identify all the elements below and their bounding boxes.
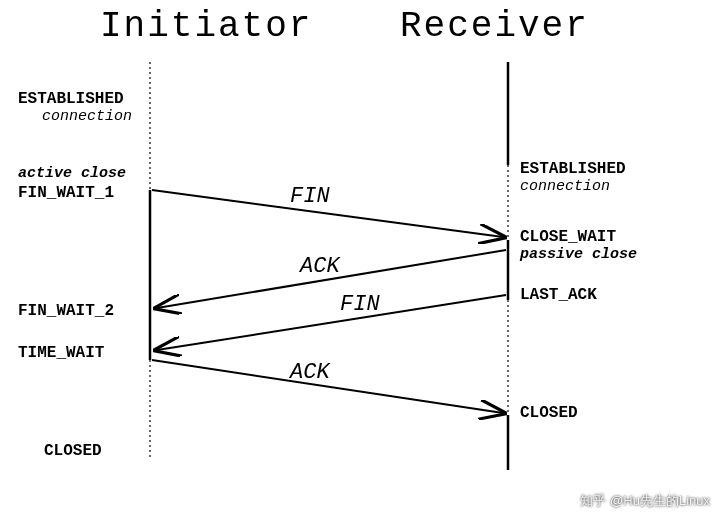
watermark: 知乎 @Hu先生的Linux: [580, 492, 710, 510]
msg-fin2: FIN: [340, 292, 380, 317]
arrow-fin2: [157, 295, 506, 350]
msg-ack2: ACK: [288, 360, 331, 385]
msg-ack1: ACK: [298, 254, 341, 279]
sequence-diagram: FIN ACK FIN ACK: [0, 0, 720, 516]
msg-fin1: FIN: [290, 184, 330, 209]
